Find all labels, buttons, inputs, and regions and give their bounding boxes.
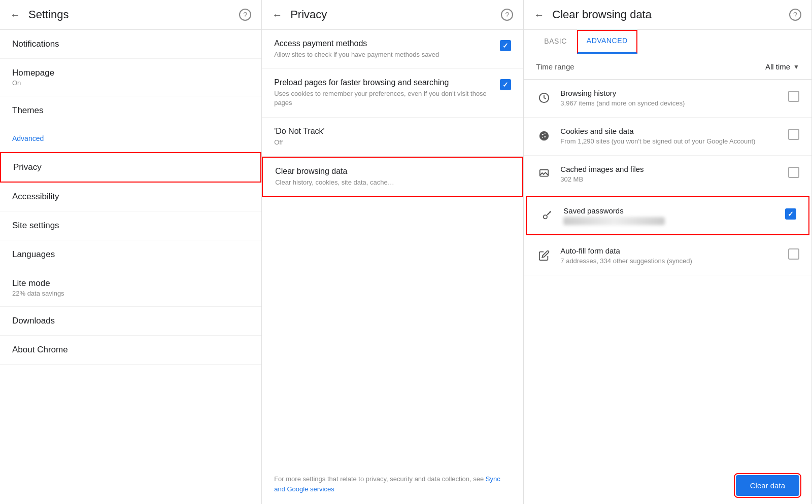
privacy-list: Access payment methods Allow sites to ch…	[262, 30, 523, 464]
cbd-tabs: BASICADVANCED	[524, 30, 811, 54]
sidebar-item-themes[interactable]: Themes	[0, 96, 261, 125]
svg-line-10	[548, 213, 549, 214]
cbd-item-text: Saved passwords	[563, 206, 785, 225]
sidebar-item-lite-mode[interactable]: Lite mode22% data savings	[0, 269, 261, 307]
svg-point-4	[545, 136, 546, 138]
checkbox-preload-pages[interactable]	[500, 79, 511, 90]
cbd-item-saved-passwords[interactable]: Saved passwords	[526, 196, 809, 235]
settings-panel: ← Settings ? NotificationsHomepageOnThem…	[0, 0, 262, 504]
cbd-item-title: Saved passwords	[563, 206, 785, 215]
privacy-item-desc: Clear history, cookies, site data, cache…	[275, 178, 510, 187]
cbd-item-title: Auto-fill form data	[560, 246, 788, 255]
privacy-help-icon[interactable]: ?	[501, 9, 513, 21]
checkbox-saved-passwords[interactable]	[785, 208, 796, 220]
settings-header: ← Settings ?	[0, 0, 261, 30]
cbd-item-desc: 3,967 items (and more on synced devices)	[560, 99, 788, 108]
settings-item-subtitle: 22% data savings	[12, 290, 249, 297]
privacy-item-text: 'Do Not Track' Off	[274, 127, 503, 147]
sidebar-item-languages[interactable]: Languages	[0, 240, 261, 269]
privacy-item-desc: Allow sites to check if you have payment…	[274, 50, 492, 59]
privacy-panel: ← Privacy ? Access payment methods Allow…	[262, 0, 524, 504]
privacy-item-payment-methods[interactable]: Access payment methods Allow sites to ch…	[262, 30, 523, 69]
time-range-value: All time	[765, 62, 790, 71]
blurred-password-text	[563, 217, 665, 225]
svg-line-8	[547, 211, 551, 214]
sidebar-item-site-settings[interactable]: Site settings	[0, 211, 261, 240]
privacy-back-button[interactable]: ←	[272, 9, 282, 21]
sidebar-item-about-chrome[interactable]: About Chrome	[0, 336, 261, 365]
privacy-item-desc: Uses cookies to remember your preference…	[274, 89, 492, 107]
sidebar-item-accessibility[interactable]: Accessibility	[0, 183, 261, 211]
privacy-item-preload-pages[interactable]: Preload pages for faster browsing and se…	[262, 69, 523, 117]
privacy-item-title: Clear browsing data	[275, 167, 510, 176]
privacy-item-clear-browsing-data[interactable]: Clear browsing data Clear history, cooki…	[262, 157, 523, 197]
cbd-items-list: Browsing history 3,967 items (and more o…	[524, 80, 811, 467]
clock-icon	[536, 90, 552, 106]
privacy-item-title: Access payment methods	[274, 39, 492, 48]
settings-item-title: Advanced	[12, 134, 249, 142]
svg-point-3	[545, 133, 546, 134]
cbd-item-cookies-site-data[interactable]: Cookies and site data From 1,290 sites (…	[524, 118, 811, 156]
settings-item-subtitle: On	[12, 79, 249, 87]
checkbox-autofill[interactable]	[788, 248, 799, 260]
cbd-item-desc: From 1,290 sites (you won't be signed ou…	[560, 137, 788, 146]
settings-help-icon[interactable]: ?	[239, 9, 251, 21]
tab-advanced[interactable]: ADVANCED	[577, 30, 637, 54]
cbd-item-cached-images[interactable]: Cached images and files 302 MB	[524, 156, 811, 194]
settings-item-title: Themes	[12, 105, 249, 116]
svg-point-7	[544, 215, 547, 219]
sidebar-item-privacy[interactable]: Privacy	[0, 152, 261, 183]
pencil-icon	[536, 247, 552, 264]
cbd-footer: Clear data	[524, 467, 811, 504]
privacy-item-title: 'Do Not Track'	[274, 127, 503, 136]
checkbox-cached-images[interactable]	[788, 167, 799, 178]
cbd-header: ← Clear browsing data ?	[524, 0, 811, 30]
cbd-item-browsing-history[interactable]: Browsing history 3,967 items (and more o…	[524, 80, 811, 118]
cbd-item-desc: 302 MB	[560, 175, 788, 184]
chevron-down-icon: ▼	[793, 63, 799, 70]
checkbox-payment-methods[interactable]	[500, 40, 511, 51]
cbd-item-desc: 7 addresses, 334 other suggestions (sync…	[560, 257, 788, 266]
privacy-header: ← Privacy ?	[262, 0, 523, 30]
svg-point-2	[542, 134, 544, 135]
settings-item-title: Site settings	[12, 221, 249, 231]
clear-data-button[interactable]: Clear data	[736, 475, 799, 496]
settings-item-title: Homepage	[12, 68, 249, 78]
privacy-footer: For more settings that relate to privacy…	[262, 464, 523, 504]
cbd-item-title: Cookies and site data	[560, 127, 788, 135]
sidebar-item-notifications[interactable]: Notifications	[0, 30, 261, 59]
privacy-item-desc: Off	[274, 138, 503, 147]
settings-list: NotificationsHomepageOnThemesAdvancedPri…	[0, 30, 261, 504]
time-range-label: Time range	[536, 62, 574, 71]
privacy-item-text: Access payment methods Allow sites to ch…	[274, 39, 492, 59]
cbd-title: Clear browsing data	[552, 8, 789, 21]
cbd-item-text: Browsing history 3,967 items (and more o…	[560, 89, 788, 108]
cbd-help-icon[interactable]: ?	[789, 9, 801, 21]
sidebar-item-homepage[interactable]: HomepageOn	[0, 59, 261, 96]
cbd-back-button[interactable]: ←	[534, 9, 544, 21]
settings-item-title: Privacy	[13, 162, 42, 172]
settings-item-title: Downloads	[12, 316, 249, 326]
cbd-item-text: Cached images and files 302 MB	[560, 165, 788, 184]
image-icon	[536, 166, 552, 182]
svg-point-1	[539, 131, 549, 140]
settings-item-title: Lite mode	[12, 278, 249, 289]
cookie-icon	[536, 128, 552, 144]
cbd-item-title: Cached images and files	[560, 165, 788, 173]
sidebar-item-downloads[interactable]: Downloads	[0, 307, 261, 336]
settings-title: Settings	[28, 8, 239, 21]
settings-item-title: Languages	[12, 249, 249, 260]
time-range-dropdown[interactable]: All time ▼	[765, 62, 799, 71]
time-range-row: Time range All time ▼	[524, 54, 811, 80]
cbd-item-autofill[interactable]: Auto-fill form data 7 addresses, 334 oth…	[524, 237, 811, 275]
sidebar-item-advanced: Advanced	[0, 125, 261, 152]
svg-rect-6	[540, 170, 549, 176]
tab-basic[interactable]: BASIC	[534, 30, 577, 54]
settings-back-button[interactable]: ←	[10, 9, 20, 21]
settings-item-title: Accessibility	[12, 192, 249, 202]
key-icon	[539, 207, 555, 224]
svg-line-9	[550, 211, 551, 212]
privacy-item-text: Preload pages for faster browsing and se…	[274, 78, 492, 107]
checkbox-browsing-history[interactable]	[788, 91, 799, 102]
checkbox-cookies-site-data[interactable]	[788, 129, 799, 140]
